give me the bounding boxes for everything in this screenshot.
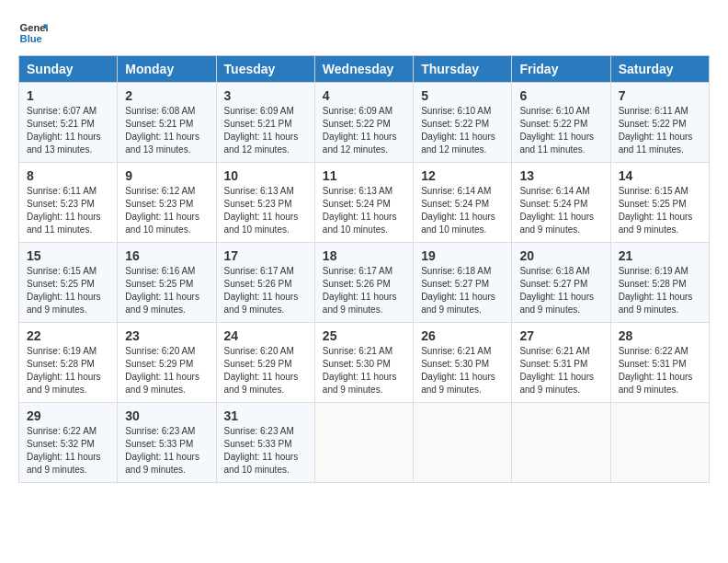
day-header-friday: Friday — [512, 56, 610, 83]
day-info: Sunrise: 6:20 AM Sunset: 5:29 PM Dayligh… — [125, 345, 208, 396]
calendar-cell: 13Sunrise: 6:14 AM Sunset: 5:24 PM Dayli… — [512, 163, 610, 243]
calendar-cell: 5Sunrise: 6:10 AM Sunset: 5:22 PM Daylig… — [414, 83, 512, 163]
calendar-cell — [512, 403, 610, 483]
calendar-cell — [314, 403, 413, 483]
day-info: Sunrise: 6:14 AM Sunset: 5:24 PM Dayligh… — [421, 185, 504, 236]
calendar-cell: 3Sunrise: 6:09 AM Sunset: 5:21 PM Daylig… — [216, 83, 314, 163]
calendar-cell: 1Sunrise: 6:07 AM Sunset: 5:21 PM Daylig… — [19, 83, 118, 163]
day-info: Sunrise: 6:17 AM Sunset: 5:26 PM Dayligh… — [224, 265, 307, 316]
calendar-cell: 10Sunrise: 6:13 AM Sunset: 5:23 PM Dayli… — [216, 163, 314, 243]
day-info: Sunrise: 6:21 AM Sunset: 5:30 PM Dayligh… — [323, 345, 405, 396]
calendar-cell: 11Sunrise: 6:13 AM Sunset: 5:24 PM Dayli… — [314, 163, 413, 243]
calendar-week-4: 22Sunrise: 6:19 AM Sunset: 5:28 PM Dayli… — [19, 323, 710, 403]
day-number: 8 — [27, 168, 109, 183]
svg-text:General: General — [20, 22, 48, 33]
day-info: Sunrise: 6:07 AM Sunset: 5:21 PM Dayligh… — [27, 105, 109, 156]
day-number: 10 — [224, 168, 307, 183]
day-info: Sunrise: 6:22 AM Sunset: 5:31 PM Dayligh… — [619, 345, 701, 396]
day-number: 12 — [421, 168, 504, 183]
day-number: 5 — [421, 88, 504, 103]
day-header-monday: Monday — [118, 56, 216, 83]
day-number: 13 — [519, 168, 602, 183]
day-info: Sunrise: 6:16 AM Sunset: 5:25 PM Dayligh… — [125, 265, 208, 316]
page-header: General Blue — [18, 18, 710, 48]
day-header-tuesday: Tuesday — [216, 56, 314, 83]
day-number: 11 — [323, 168, 405, 183]
day-info: Sunrise: 6:12 AM Sunset: 5:23 PM Dayligh… — [125, 185, 208, 236]
calendar-cell: 14Sunrise: 6:15 AM Sunset: 5:25 PM Dayli… — [610, 163, 709, 243]
day-info: Sunrise: 6:22 AM Sunset: 5:32 PM Dayligh… — [27, 425, 109, 477]
day-number: 25 — [323, 328, 405, 343]
day-number: 1 — [27, 88, 109, 103]
day-info: Sunrise: 6:15 AM Sunset: 5:25 PM Dayligh… — [619, 185, 701, 236]
day-info: Sunrise: 6:23 AM Sunset: 5:33 PM Dayligh… — [125, 425, 208, 477]
calendar-cell — [610, 403, 709, 483]
calendar-cell: 24Sunrise: 6:20 AM Sunset: 5:29 PM Dayli… — [216, 323, 314, 403]
day-number: 14 — [619, 168, 701, 183]
calendar-header: SundayMondayTuesdayWednesdayThursdayFrid… — [19, 56, 710, 83]
calendar-cell: 12Sunrise: 6:14 AM Sunset: 5:24 PM Dayli… — [414, 163, 512, 243]
calendar-cell: 22Sunrise: 6:19 AM Sunset: 5:28 PM Dayli… — [19, 323, 118, 403]
day-info: Sunrise: 6:09 AM Sunset: 5:22 PM Dayligh… — [323, 105, 405, 156]
calendar-week-2: 8Sunrise: 6:11 AM Sunset: 5:23 PM Daylig… — [19, 163, 710, 243]
day-number: 20 — [519, 248, 602, 263]
logo: General Blue — [18, 18, 51, 48]
day-number: 17 — [224, 248, 307, 263]
calendar-cell: 29Sunrise: 6:22 AM Sunset: 5:32 PM Dayli… — [19, 403, 118, 483]
calendar-week-5: 29Sunrise: 6:22 AM Sunset: 5:32 PM Dayli… — [19, 403, 710, 483]
day-header-sunday: Sunday — [19, 56, 118, 83]
calendar-cell: 15Sunrise: 6:15 AM Sunset: 5:25 PM Dayli… — [19, 243, 118, 323]
day-number: 21 — [619, 248, 701, 263]
calendar-cell — [414, 403, 512, 483]
day-info: Sunrise: 6:18 AM Sunset: 5:27 PM Dayligh… — [519, 265, 602, 316]
calendar-cell: 28Sunrise: 6:22 AM Sunset: 5:31 PM Dayli… — [610, 323, 709, 403]
calendar-week-3: 15Sunrise: 6:15 AM Sunset: 5:25 PM Dayli… — [19, 243, 710, 323]
calendar-cell: 30Sunrise: 6:23 AM Sunset: 5:33 PM Dayli… — [118, 403, 216, 483]
day-number: 30 — [125, 408, 208, 423]
day-number: 23 — [125, 328, 208, 343]
calendar-cell: 21Sunrise: 6:19 AM Sunset: 5:28 PM Dayli… — [610, 243, 709, 323]
calendar-cell: 7Sunrise: 6:11 AM Sunset: 5:22 PM Daylig… — [610, 83, 709, 163]
day-info: Sunrise: 6:13 AM Sunset: 5:24 PM Dayligh… — [323, 185, 405, 236]
day-number: 22 — [27, 328, 109, 343]
day-number: 28 — [619, 328, 701, 343]
day-header-saturday: Saturday — [610, 56, 709, 83]
day-number: 24 — [224, 328, 307, 343]
day-number: 31 — [224, 408, 307, 423]
day-info: Sunrise: 6:19 AM Sunset: 5:28 PM Dayligh… — [619, 265, 701, 316]
day-header-wednesday: Wednesday — [314, 56, 413, 83]
day-number: 2 — [125, 88, 208, 103]
calendar-cell: 6Sunrise: 6:10 AM Sunset: 5:22 PM Daylig… — [512, 83, 610, 163]
day-info: Sunrise: 6:18 AM Sunset: 5:27 PM Dayligh… — [421, 265, 504, 316]
day-number: 9 — [125, 168, 208, 183]
calendar-cell: 20Sunrise: 6:18 AM Sunset: 5:27 PM Dayli… — [512, 243, 610, 323]
day-number: 26 — [421, 328, 504, 343]
calendar-week-1: 1Sunrise: 6:07 AM Sunset: 5:21 PM Daylig… — [19, 83, 710, 163]
day-info: Sunrise: 6:10 AM Sunset: 5:22 PM Dayligh… — [421, 105, 504, 156]
day-number: 4 — [323, 88, 405, 103]
day-info: Sunrise: 6:11 AM Sunset: 5:22 PM Dayligh… — [619, 105, 701, 156]
day-info: Sunrise: 6:13 AM Sunset: 5:23 PM Dayligh… — [224, 185, 307, 236]
day-info: Sunrise: 6:09 AM Sunset: 5:21 PM Dayligh… — [224, 105, 307, 156]
calendar-cell: 31Sunrise: 6:23 AM Sunset: 5:33 PM Dayli… — [216, 403, 314, 483]
day-info: Sunrise: 6:20 AM Sunset: 5:29 PM Dayligh… — [224, 345, 307, 396]
day-info: Sunrise: 6:17 AM Sunset: 5:26 PM Dayligh… — [323, 265, 405, 316]
day-number: 7 — [619, 88, 701, 103]
day-info: Sunrise: 6:08 AM Sunset: 5:21 PM Dayligh… — [125, 105, 208, 156]
calendar-cell: 16Sunrise: 6:16 AM Sunset: 5:25 PM Dayli… — [118, 243, 216, 323]
day-number: 29 — [27, 408, 109, 423]
calendar-cell: 18Sunrise: 6:17 AM Sunset: 5:26 PM Dayli… — [314, 243, 413, 323]
calendar-cell: 2Sunrise: 6:08 AM Sunset: 5:21 PM Daylig… — [118, 83, 216, 163]
day-info: Sunrise: 6:21 AM Sunset: 5:31 PM Dayligh… — [519, 345, 602, 396]
day-number: 16 — [125, 248, 208, 263]
day-header-thursday: Thursday — [414, 56, 512, 83]
day-info: Sunrise: 6:10 AM Sunset: 5:22 PM Dayligh… — [519, 105, 602, 156]
day-info: Sunrise: 6:23 AM Sunset: 5:33 PM Dayligh… — [224, 425, 307, 477]
calendar-cell: 17Sunrise: 6:17 AM Sunset: 5:26 PM Dayli… — [216, 243, 314, 323]
calendar-cell: 26Sunrise: 6:21 AM Sunset: 5:30 PM Dayli… — [414, 323, 512, 403]
calendar-cell: 8Sunrise: 6:11 AM Sunset: 5:23 PM Daylig… — [19, 163, 118, 243]
day-number: 15 — [27, 248, 109, 263]
calendar-cell: 25Sunrise: 6:21 AM Sunset: 5:30 PM Dayli… — [314, 323, 413, 403]
day-info: Sunrise: 6:19 AM Sunset: 5:28 PM Dayligh… — [27, 345, 109, 396]
calendar-cell: 19Sunrise: 6:18 AM Sunset: 5:27 PM Dayli… — [414, 243, 512, 323]
